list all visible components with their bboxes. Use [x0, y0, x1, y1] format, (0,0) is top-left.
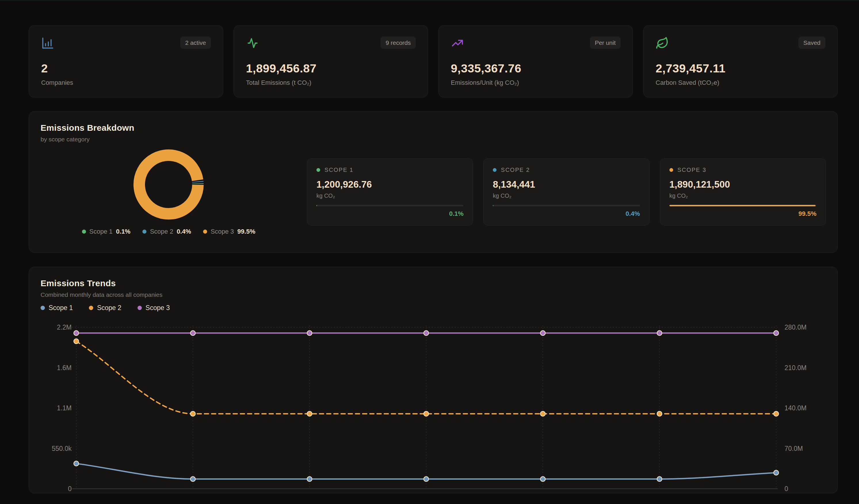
activity-icon [246, 36, 259, 50]
stat-value: 9,335,367.76 [451, 62, 620, 75]
stat-label: Total Emissions (t CO₂) [246, 79, 416, 86]
breakdown-subtitle: by scope category [41, 136, 826, 143]
stat-card-carbon-saved: Saved 2,739,457.11 Carbon Saved (tCO₂e) [643, 25, 838, 97]
stat-card-total-emissions: 9 records 1,899,456.87 Total Emissions (… [233, 25, 428, 97]
stat-label: Carbon Saved (tCO₂e) [655, 79, 825, 86]
stat-card-emissions-per-unit: Per unit 9,335,367.76 Emissions/Unit (kg… [438, 25, 633, 97]
legend-item-scope1: Scope 1 [41, 304, 73, 312]
trends-subtitle: Combined monthly data across all compani… [41, 292, 826, 298]
legend-item-scope2: Scope 2 [89, 304, 121, 312]
scope3-value: 1,890,121,500 [669, 179, 816, 190]
emissions-trends-chart: 0550.0k1.1M1.6M2.2M070.0M140.0M210.0M280… [41, 314, 827, 493]
stat-label: Emissions/Unit (kg CO₂) [451, 79, 620, 86]
donut-legend: Scope 1 0.1% Scope 2 0.4% Scope 3 99.5% [82, 228, 255, 235]
scope3-percent: 99.5% [669, 210, 816, 218]
scope1-dot-icon [82, 230, 86, 234]
scope-donut-chart [133, 148, 205, 220]
stat-label: Companies [41, 79, 211, 86]
stat-value: 2,739,457.11 [655, 62, 825, 75]
svg-text:1.1M: 1.1M [57, 404, 72, 412]
scope1-value: 1,200,926.76 [316, 179, 464, 190]
svg-text:70.0M: 70.0M [784, 445, 803, 452]
breakdown-title: Emissions Breakdown [41, 123, 826, 133]
legend-item-scope3: Scope 3 99.5% [203, 228, 255, 235]
bar-chart-icon [41, 36, 55, 50]
scope2-card: SCOPE 2 8,134,441 kg CO₂ 0.4% [483, 158, 649, 225]
stat-badge: 2 active [180, 36, 211, 49]
scope1-dot-icon [316, 168, 320, 172]
leaf-icon [655, 36, 669, 50]
scope3-card: SCOPE 3 1,890,121,500 kg CO₂ 99.5% [660, 158, 826, 225]
scope3-progress [669, 205, 816, 206]
scope2-unit: kg CO₂ [493, 192, 640, 199]
scope2-dot-icon [89, 306, 93, 310]
scope1-percent: 0.1% [316, 210, 464, 218]
scope-donut-column: Scope 1 0.1% Scope 2 0.4% Scope 3 99.5% [41, 148, 297, 235]
trends-legend: Scope 1 Scope 2 Scope 3 [41, 304, 826, 312]
svg-text:0: 0 [68, 485, 72, 492]
scope1-card: SCOPE 1 1,200,926.76 kg CO₂ 0.1% [307, 158, 473, 225]
scope3-dot-icon [203, 230, 207, 234]
svg-text:140.0M: 140.0M [784, 404, 807, 412]
scope3-dot-icon [669, 168, 673, 172]
legend-item-scope1: Scope 1 0.1% [82, 228, 131, 235]
stat-value: 1,899,456.87 [246, 62, 416, 75]
trends-title: Emissions Trends [41, 279, 826, 288]
svg-text:0: 0 [784, 485, 788, 492]
scope1-unit: kg CO₂ [316, 192, 464, 199]
scope3-dot-icon [137, 306, 142, 310]
emissions-breakdown-panel: Emissions Breakdown by scope category Sc… [29, 111, 838, 253]
trending-up-icon [451, 36, 464, 50]
emissions-trends-panel: Emissions Trends Combined monthly data a… [29, 267, 838, 493]
legend-item-scope2: Scope 2 0.4% [142, 228, 191, 235]
dashboard-page: 2 active 2 Companies 9 records 1,899,456… [0, 0, 859, 493]
svg-text:280.0M: 280.0M [784, 324, 807, 331]
stat-badge: Per unit [590, 36, 620, 49]
scope2-dot-icon [493, 168, 497, 172]
scope1-progress [316, 205, 464, 206]
scope2-dot-icon [142, 230, 147, 234]
scope2-value: 8,134,441 [493, 179, 640, 190]
stat-value: 2 [41, 62, 211, 75]
stat-badge: Saved [798, 36, 825, 49]
scope2-percent: 0.4% [493, 210, 640, 218]
stat-badge: 9 records [381, 36, 416, 49]
scope2-progress [493, 205, 640, 206]
stats-row: 2 active 2 Companies 9 records 1,899,456… [29, 25, 838, 97]
svg-text:1.6M: 1.6M [57, 364, 72, 372]
scope1-dot-icon [41, 306, 45, 310]
stat-card-companies: 2 active 2 Companies [29, 25, 223, 97]
legend-item-scope3: Scope 3 [137, 304, 170, 312]
svg-text:550.0k: 550.0k [52, 445, 72, 452]
scope3-unit: kg CO₂ [669, 192, 816, 199]
svg-text:2.2M: 2.2M [57, 324, 72, 331]
svg-text:210.0M: 210.0M [784, 364, 807, 372]
